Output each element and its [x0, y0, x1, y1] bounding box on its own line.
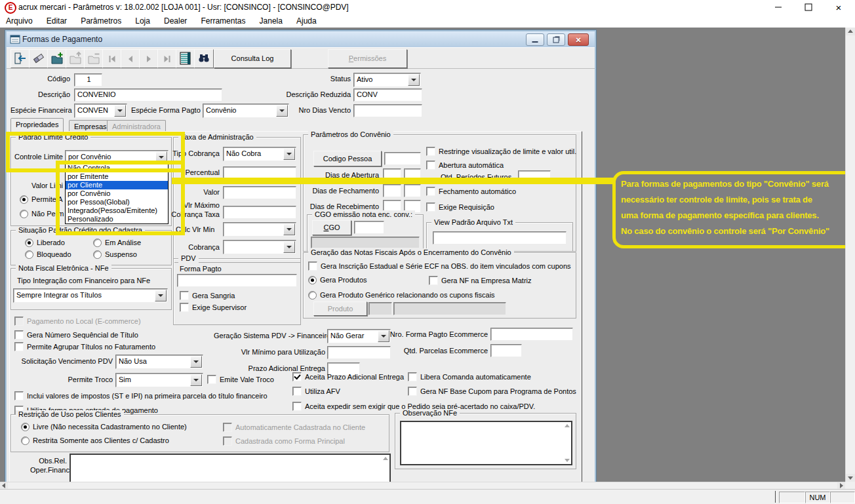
pdv-group-title: PDV — [178, 254, 199, 263]
maximize-button[interactable] — [793, 0, 824, 14]
observacao-nfe-textarea[interactable] — [400, 421, 572, 465]
menu-janela[interactable]: Janela — [254, 14, 288, 28]
clear-button[interactable] — [29, 49, 49, 68]
callout-line-2: necessário ter controle de limite, pois … — [621, 192, 852, 208]
status-combo[interactable]: Ativo — [353, 73, 421, 87]
forma-pagto-field[interactable] — [177, 274, 297, 287]
scroll-up-icon[interactable] — [383, 457, 388, 460]
permite-troco-combo[interactable]: Sim — [115, 373, 203, 387]
cgo-button[interactable]: CGO — [312, 220, 351, 235]
statusbar-panel-3 — [830, 492, 855, 503]
descricao-label: Descrição — [35, 90, 70, 99]
consulta-log-button[interactable]: Consulta Log — [214, 49, 291, 68]
radio-dot — [25, 239, 33, 247]
nro-forma-pagto-ecommerce-field[interactable] — [490, 328, 573, 341]
menu-dealer[interactable]: Dealer — [158, 14, 193, 28]
dias-fechamento-field-2[interactable] — [404, 184, 421, 197]
checkbox-pagamento-local-label: Pagamento no Local (E-commerce) — [27, 317, 141, 326]
checkbox-box — [426, 161, 435, 170]
last-record-button[interactable] — [157, 49, 177, 68]
post-record-button[interactable] — [66, 49, 85, 68]
child-minimize-button[interactable] — [526, 33, 544, 46]
chevron-down-icon[interactable] — [114, 105, 126, 117]
vlr-maximo-field[interactable] — [223, 206, 296, 219]
descricao-reduzida-field[interactable]: CONV — [353, 88, 422, 102]
minimize-button[interactable] — [763, 0, 793, 14]
valor-field[interactable] — [223, 186, 296, 199]
delete-record-icon — [87, 51, 101, 66]
child-titlebar[interactable]: Formas de Pagamento ✕ — [7, 31, 595, 48]
chevron-down-icon[interactable] — [276, 105, 288, 117]
search-button[interactable] — [194, 49, 214, 68]
chevron-down-icon[interactable] — [190, 356, 202, 368]
scroll-up-button[interactable] — [846, 28, 855, 35]
codigo-pessoa-field[interactable] — [384, 152, 421, 165]
especie-financeira-combo[interactable]: CONVEN — [74, 104, 127, 118]
menu-parametros[interactable]: Parâmetros — [75, 14, 127, 28]
chevron-down-icon[interactable] — [190, 374, 202, 386]
tipo-cobranca-combo[interactable]: Não Cobra — [223, 147, 296, 161]
cgo-field[interactable] — [354, 221, 384, 234]
radio-dot — [21, 423, 30, 431]
chevron-down-icon[interactable] — [155, 290, 167, 301]
obs-rel-label-1: Obs.Rel. — [30, 457, 67, 465]
checkbox-box — [180, 303, 189, 312]
descricao-field[interactable]: CONVENIO — [74, 88, 222, 102]
radio-dot — [93, 239, 102, 247]
restricao-uso-title: Restrição de Uso pelos Clientes — [16, 410, 124, 419]
tipo-integracao-combo[interactable]: Sempre Integrar os Títulos — [13, 288, 168, 303]
exit-button[interactable] — [10, 49, 30, 68]
view-padrao-field[interactable] — [433, 231, 567, 244]
nro-dias-vencto-label: Nro Dias Vencto — [292, 106, 351, 115]
close-button[interactable]: × — [824, 0, 854, 14]
next-record-button[interactable] — [139, 49, 159, 68]
checkbox-box — [408, 372, 417, 381]
chevron-down-icon[interactable] — [283, 223, 295, 235]
child-restore-button[interactable] — [547, 33, 565, 46]
prior-record-button[interactable] — [121, 49, 140, 68]
radio-dot — [25, 250, 33, 259]
chevron-down-icon[interactable] — [408, 74, 420, 86]
prazo-adicional-label: Prazo Adicional Entrega — [214, 364, 325, 373]
child-close-button[interactable]: ✕ — [568, 33, 589, 46]
scroll-down-icon[interactable] — [565, 459, 570, 462]
menu-ajuda[interactable]: Ajuda — [290, 14, 323, 28]
scroll-left-button[interactable] — [0, 482, 8, 489]
horizontal-scrollbar[interactable] — [0, 482, 845, 489]
add-record-button[interactable] — [47, 49, 67, 68]
chevron-down-icon[interactable] — [283, 241, 295, 253]
menu-arquivo[interactable]: Arquivo — [0, 14, 39, 28]
codigo-field[interactable]: 1 — [74, 73, 102, 87]
codigo-pessoa-button[interactable]: Codigo Pessoa — [313, 151, 382, 166]
especie-forma-pagto-combo[interactable]: Convênio — [203, 104, 289, 118]
add-record-icon — [50, 51, 64, 66]
chevron-down-icon[interactable] — [283, 148, 295, 160]
delete-record-button[interactable] — [84, 49, 104, 68]
menu-editar[interactable]: Editar — [41, 14, 73, 28]
scroll-up-icon[interactable] — [565, 424, 570, 427]
grid-view-icon — [178, 51, 193, 66]
checkbox-abertura-automatica-label: Abertura automática — [439, 161, 504, 170]
tab-propriedades[interactable]: Propriedades — [10, 118, 64, 132]
menu-loja[interactable]: Loja — [129, 14, 156, 28]
qtd-parcelas-ecommerce-field[interactable] — [490, 344, 522, 357]
scroll-right-button[interactable] — [837, 482, 845, 489]
first-record-button[interactable] — [102, 49, 122, 68]
consulta-log-label: Consulta Log — [231, 54, 274, 62]
menu-ferramentas[interactable]: Ferramentas — [195, 14, 251, 28]
scroll-down-button[interactable] — [846, 474, 855, 482]
obs-rel-label-2: Oper.Financ. — [30, 466, 67, 475]
calc-vlr-min-combo[interactable] — [223, 222, 296, 237]
forma-pagto-label: Forma Pagto — [180, 265, 222, 273]
solicitacao-vencimento-combo[interactable]: Não Usa — [115, 355, 203, 369]
qtd-parcelas-ecommerce-label: Qtd. Parcelas Ecommerce — [374, 347, 488, 355]
dias-fechamento-field-1[interactable] — [383, 184, 401, 197]
produto-button[interactable]: Produto — [313, 301, 367, 316]
nro-dias-vencto-field[interactable] — [353, 104, 422, 117]
tipo-integracao-value: Sempre Integrar os Títulos — [16, 291, 155, 300]
grid-view-button[interactable] — [176, 49, 195, 68]
cobranca-combo[interactable] — [223, 240, 296, 254]
vertical-scrollbar[interactable] — [845, 28, 855, 482]
dias-fechamento-label: Dias de Fechamento — [308, 187, 379, 195]
permissoes-button[interactable]: Permissões — [328, 49, 407, 68]
